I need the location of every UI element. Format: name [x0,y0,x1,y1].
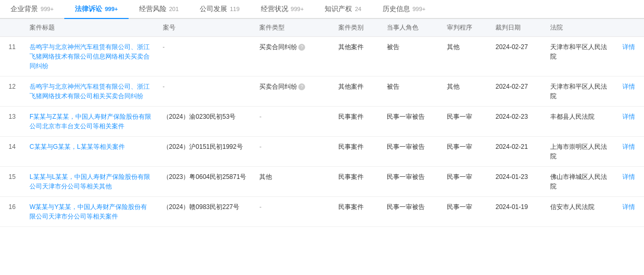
case-title-cell: 岳鸣宇与北京神州汽车租赁有限公司、浙江飞猪网络技术有限公司相关买卖合同纠纷 [24,77,158,107]
case-num-cell: （2024）渝0230民初53号 [158,107,255,137]
case-type-cell: 买卖合同纠纷? [254,37,333,77]
case-court: 丰都县人民法院 [550,113,594,120]
case-procedure: 民事一审 [447,203,472,211]
case-role-cell: 民事一审被告 [382,197,442,227]
case-category: 民事案件 [338,203,364,211]
case-role: 被告 [387,83,399,90]
question-icon[interactable]: ? [298,44,305,51]
case-title-link[interactable]: 岳鸣宇与北京神州汽车租赁有限公司、浙江飞猪网络技术有限公司信息网络相关买卖合同纠… [30,43,150,70]
case-court-cell: 信安市人民法院 [545,197,618,227]
detail-link[interactable]: 详情 [622,113,635,120]
case-date: 2024-02-21 [495,143,528,150]
case-type-cell: 其他 [254,167,333,197]
case-title-link[interactable]: C某某与G某某，L某某等相关案件 [30,143,125,150]
tab-label-enterprise: 企业背景 [11,5,38,13]
col-role: 当事人角色 [382,19,442,37]
case-type-cell: 买卖合同纠纷? [254,77,333,107]
table-row: 12 岳鸣宇与北京神州汽车租赁有限公司、浙江飞猪网络技术有限公司相关买卖合同纠纷… [0,77,644,107]
case-date-cell: 2024-02-27 [490,77,544,107]
case-title-cell: W某某与Y某某，中国人寿财产保险股份有限公司天津市分公司等相关案件 [24,197,158,227]
case-type-cell: - [254,197,333,227]
case-category-cell: 其他案件 [333,37,382,77]
case-type: 买卖合同纠纷? [259,83,305,90]
dash-casenum: - [163,43,165,51]
case-number: （2024）渝0230民初53号 [163,113,236,120]
col-date: 裁判日期 [490,19,544,37]
case-role-cell: 民事一审被告 [382,137,442,167]
case-court-cell: 天津市和平区人民法院 [545,37,618,77]
tab-legal[interactable]: 法律诉讼 999+ [64,0,129,19]
tab-label-development: 公司发展 [200,5,227,13]
detail-link[interactable]: 详情 [622,173,635,181]
case-date: 2024-02-27 [495,43,528,51]
col-action [617,19,644,37]
tab-badge-history: 999+ [411,6,426,12]
case-action-cell: 详情 [617,37,644,77]
case-category-cell: 民事案件 [333,197,382,227]
case-title-link[interactable]: W某某与Y某某，中国人寿财产保险股份有限公司天津市分公司等相关案件 [30,203,147,220]
case-procedure: 民事一审 [447,143,472,150]
case-procedure-cell: 民事一审 [442,197,490,227]
question-icon[interactable]: ? [298,83,305,90]
case-date: 2024-02-27 [495,83,528,90]
tab-history[interactable]: 历史信息 999+ [372,0,436,19]
table-row: 14 C某某与G某某，L某某等相关案件 （2024）沪0151民初1992号 -… [0,137,644,167]
tab-enterprise[interactable]: 企业背景 999+ [0,0,64,19]
tab-badge-legal: 999+ [103,6,118,12]
case-title-cell: C某某与G某某，L某某等相关案件 [24,137,158,167]
tab-development[interactable]: 公司发展 119 [189,0,250,19]
case-title-cell: F某某与Z某某，中国人寿财产保险股份有限公司北京市丰台支公司等相关案件 [24,107,158,137]
case-role-cell: 被告 [382,37,442,77]
case-court: 天津市和平区人民法院 [550,83,607,100]
detail-link[interactable]: 详情 [622,43,635,51]
detail-link[interactable]: 详情 [622,143,635,150]
tab-status[interactable]: 经营状况 999+ [250,0,315,19]
case-number: （2024）赣0983民初227号 [163,203,239,211]
tab-badge-status: 999+ [289,6,304,12]
case-num-cell: （2023）粤0604民初25871号 [158,167,255,197]
case-num-cell: - [158,37,255,77]
case-title-link[interactable]: 岳鸣宇与北京神州汽车租赁有限公司、浙江飞猪网络技术有限公司相关买卖合同纠纷 [30,83,150,100]
dash-type: - [259,113,261,120]
nav-tabs: 企业背景 999+法律诉讼 999+经营风险 201公司发展 119经营状况 9… [0,0,644,19]
col-court: 法院 [545,19,618,37]
col-casenum: 案号 [158,19,255,37]
case-num-cell: - [158,77,255,107]
case-date-cell: 2024-01-23 [490,167,544,197]
detail-link[interactable]: 详情 [622,83,635,90]
case-role: 民事一审被告 [387,113,425,120]
case-date-cell: 2024-01-19 [490,197,544,227]
case-type: 其他 [259,173,272,181]
table-row: 13 F某某与Z某某，中国人寿财产保险股份有限公司北京市丰台支公司等相关案件 （… [0,107,644,137]
row-number: 11 [0,37,24,77]
case-procedure: 民事一审 [447,173,472,181]
case-court: 上海市崇明区人民法院 [550,143,607,160]
case-procedure-cell: 其他 [442,77,490,107]
row-number: 13 [0,107,24,137]
col-casetype2: 案件类别 [333,19,382,37]
tab-badge-ip: 24 [353,6,361,12]
case-role: 民事一审被告 [387,143,425,150]
case-title-link[interactable]: F某某与Z某某，中国人寿财产保险股份有限公司北京市丰台支公司等相关案件 [30,113,151,130]
row-number: 15 [0,167,24,197]
case-num-cell: （2024）赣0983民初227号 [158,197,255,227]
tab-risk[interactable]: 经营风险 201 [129,0,189,19]
case-type-cell: - [254,137,333,167]
tab-ip[interactable]: 知识产权 24 [314,0,372,19]
case-procedure: 其他 [447,83,460,90]
case-court: 信安市人民法院 [550,203,594,211]
case-date-cell: 2024-02-27 [490,37,544,77]
dash-casenum: - [163,83,165,90]
case-procedure-cell: 民事一审 [442,107,490,137]
case-action-cell: 详情 [617,137,644,167]
dash-type: - [259,203,261,211]
case-court: 天津市和平区人民法院 [550,43,607,60]
tab-label-legal: 法律诉讼 [75,5,102,13]
case-category-cell: 其他案件 [333,77,382,107]
table-header-row: 案件标题 案号 案件类型 案件类别 当事人角色 审判程序 裁判日期 法院 [0,19,644,37]
tab-badge-development: 119 [228,6,239,12]
legal-cases-table: 案件标题 案号 案件类型 案件类别 当事人角色 审判程序 裁判日期 法院 11 … [0,19,644,227]
detail-link[interactable]: 详情 [622,203,635,211]
tab-label-risk: 经营风险 [139,5,167,13]
case-title-link[interactable]: L某某与L某某，中国人寿财产保险股份有限公司天津市分公司等相关其他 [30,173,150,190]
